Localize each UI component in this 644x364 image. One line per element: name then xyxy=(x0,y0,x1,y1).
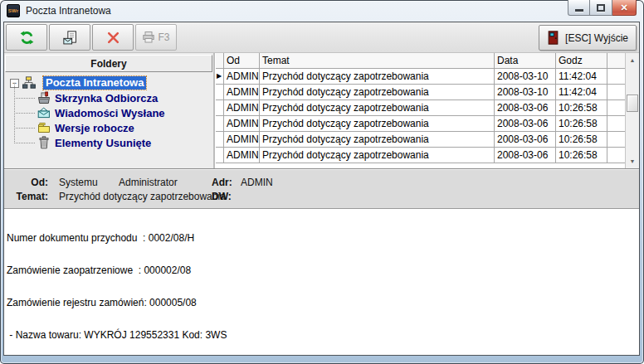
folders-panel-header: Foldery xyxy=(5,55,212,72)
scroll-up-icon[interactable]: ▲ xyxy=(626,54,639,66)
cell-godz: 10:26:58 xyxy=(556,100,607,115)
message-body-line: Numer dokumentu przychodu : 0002/08/H xyxy=(7,233,639,244)
column-header-od: Od xyxy=(224,53,260,68)
mail-list-scrollbar[interactable]: ▲ ▼ xyxy=(625,53,639,168)
print-button-label: F3 xyxy=(158,32,169,43)
minimize-icon xyxy=(575,9,583,12)
print-button[interactable]: F3 xyxy=(135,24,177,51)
mail-row[interactable]: ADMIN Przychód dotyczący zapotrzebowania… xyxy=(216,100,639,116)
cell-godz: 11:42:04 xyxy=(556,69,607,84)
cell-godz: 10:26:58 xyxy=(556,116,607,131)
scrollbar-thumb[interactable] xyxy=(627,95,638,112)
cell-od: ADMIN xyxy=(224,85,260,99)
folders-panel: Foldery − Poczta Intranetowa xyxy=(4,53,215,168)
message-document-icon xyxy=(63,31,77,45)
column-header-godz: Godz xyxy=(556,53,607,68)
tree-item-label: Skrzynka Odbiorcza xyxy=(55,92,158,104)
scroll-down-icon[interactable]: ▼ xyxy=(626,155,639,167)
tree-item-skrzynka-odbiorcza[interactable]: Skrzynka Odbiorcza xyxy=(4,90,213,105)
cell-indicator xyxy=(216,100,224,115)
message-body-line: - Nazwa towaru: WYKRÓJ 129552331 Kod: 3W… xyxy=(7,330,639,341)
inbox-icon xyxy=(37,91,51,104)
cell-indicator xyxy=(216,132,224,147)
tree-item-wiadomosci-wyslane[interactable]: Wiadomości Wysłane xyxy=(4,105,213,120)
cell-data: 2008-03-06 xyxy=(495,132,556,147)
cell-data: 2008-03-10 xyxy=(495,85,556,99)
cell-od: ADMIN xyxy=(224,100,260,115)
maximize-button[interactable] xyxy=(590,0,612,16)
mail-list-header: Od Temat Data Godz xyxy=(216,53,639,69)
adr-label: Adr: xyxy=(212,177,232,188)
cell-indicator xyxy=(216,85,224,99)
message-body-line: Zamówienie rejestru zamówień: 000005/08 xyxy=(7,298,639,308)
mail-row[interactable]: ▶ ADMIN Przychód dotyczący zapotrzebowan… xyxy=(216,69,639,85)
window-content: F3 [ESC] Wyjście Foldery − xyxy=(3,22,640,356)
mail-row[interactable]: ADMIN Przychód dotyczący zapotrzebowania… xyxy=(216,148,639,163)
toolbar: F3 [ESC] Wyjście xyxy=(4,22,639,53)
mail-row[interactable]: ADMIN Przychód dotyczący zapotrzebowania… xyxy=(216,132,639,148)
tree-root-label[interactable]: Poczta Intranetowa xyxy=(43,76,146,90)
tree-item-label: Elementy Usunięte xyxy=(55,137,151,149)
temat-value: Przychód dotyczący zapotrzebowania xyxy=(59,191,226,202)
cell-temat: Przychód dotyczący zapotrzebowania xyxy=(260,148,495,163)
cell-indicator xyxy=(216,116,224,131)
cell-od: ADMIN xyxy=(224,148,260,163)
trash-icon xyxy=(37,136,51,149)
exit-door-icon xyxy=(547,31,559,45)
refresh-button[interactable] xyxy=(6,24,47,51)
refresh-icon xyxy=(20,31,34,45)
exit-button[interactable]: [ESC] Wyjście xyxy=(539,25,637,51)
toolbar-button-group: F3 xyxy=(6,24,177,51)
sent-envelope-icon xyxy=(37,106,51,119)
cell-od: ADMIN xyxy=(224,69,260,84)
column-header-data: Data xyxy=(495,53,556,68)
message-body: Numer dokumentu przychodu : 0002/08/H Za… xyxy=(4,208,639,355)
titlebar[interactable]: SWr Poczta Intranetowa ✕ xyxy=(0,0,644,22)
close-icon: ✕ xyxy=(620,2,627,13)
main-split: Foldery − Poczta Intranetowa xyxy=(4,53,639,168)
mail-row[interactable]: ADMIN Przychód dotyczący zapotrzebowania… xyxy=(216,85,639,100)
printer-icon xyxy=(142,31,155,44)
mail-row[interactable]: ADMIN Przychód dotyczący zapotrzebowania… xyxy=(216,116,639,132)
preview-message-button[interactable] xyxy=(49,24,90,51)
dw-label: DW: xyxy=(212,191,232,202)
cell-temat: Przychód dotyczący zapotrzebowania xyxy=(260,85,495,99)
window-controls: ✕ xyxy=(568,0,637,16)
folder-tree: − Poczta Intranetowa xyxy=(4,72,213,150)
column-header-indicator xyxy=(216,53,224,68)
cell-data: 2008-03-06 xyxy=(495,100,556,115)
tree-item-poczta-intranetowa[interactable]: − Poczta Intranetowa xyxy=(4,75,213,90)
cell-godz: 10:26:58 xyxy=(556,132,607,147)
cell-godz: 10:26:58 xyxy=(556,148,607,163)
mail-list: Od Temat Data Godz ▶ ADMIN Przychód doty… xyxy=(215,53,639,168)
minimize-button[interactable] xyxy=(568,0,590,16)
tree-item-elementy-usuniete[interactable]: Elementy Usunięte xyxy=(4,135,213,150)
cell-temat: Przychód dotyczący zapotrzebowania xyxy=(260,100,495,115)
tree-item-wersje-robocze[interactable]: Wersje robocze xyxy=(4,120,213,135)
temat-label: Temat: xyxy=(4,191,48,202)
adr-value: ADMIN xyxy=(241,177,273,188)
maximize-icon xyxy=(597,4,605,12)
cell-indicator xyxy=(216,148,224,163)
cell-data: 2008-03-06 xyxy=(495,116,556,131)
close-button[interactable]: ✕ xyxy=(612,0,637,16)
current-row-marker-icon: ▶ xyxy=(216,69,224,84)
delete-button[interactable] xyxy=(92,24,134,51)
app-window: SWr Poczta Intranetowa ✕ xyxy=(0,0,644,364)
cell-temat: Przychód dotyczący zapotrzebowania xyxy=(260,132,495,147)
cell-temat: Przychód dotyczący zapotrzebowania xyxy=(260,116,495,131)
window-title: Poczta Intranetowa xyxy=(26,5,111,17)
message-body-line: Zamówienie zaopatrzeniowe : 000002/08 xyxy=(7,265,639,276)
cell-od: ADMIN xyxy=(224,116,260,131)
message-header-panel: Od: Systemu Administrator Adr: ADMIN Tem… xyxy=(4,168,639,208)
cell-od: ADMIN xyxy=(224,132,260,147)
exit-button-label: [ESC] Wyjście xyxy=(565,32,628,44)
cell-godz: 11:42:04 xyxy=(556,85,607,99)
cell-data: 2008-03-06 xyxy=(495,148,556,163)
od-label: Od: xyxy=(4,177,48,188)
org-tree-icon xyxy=(22,76,36,90)
od-name-value: Administrator xyxy=(119,177,178,188)
app-icon: SWr xyxy=(7,4,20,17)
drafts-folder-icon xyxy=(37,121,51,134)
tree-item-label: Wiadomości Wysłane xyxy=(55,107,165,119)
